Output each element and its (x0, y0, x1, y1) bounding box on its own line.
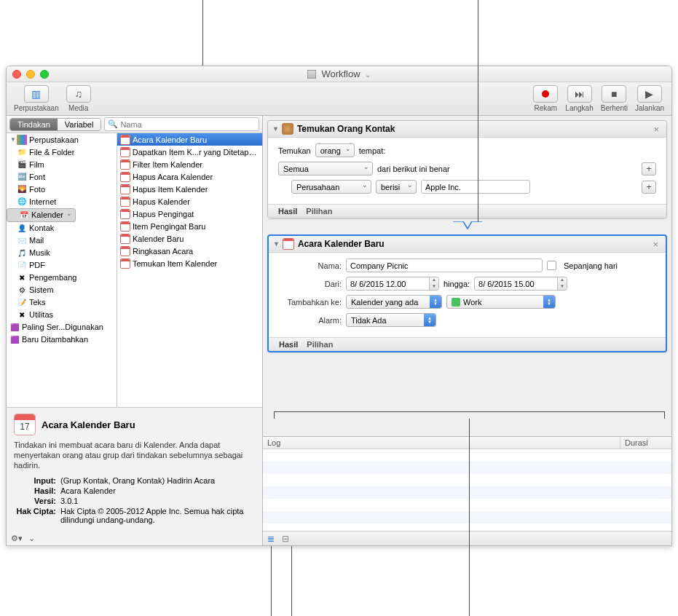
calendar-icon (120, 184, 130, 194)
add-condition-button[interactable]: + (642, 162, 656, 175)
library-search[interactable]: 🔍 (104, 117, 259, 131)
action2-close-button[interactable]: × (650, 239, 661, 250)
category-row-16[interactable]: 🟪Baru Ditambahkan (7, 333, 117, 346)
condition-op-select[interactable]: berisi (376, 180, 417, 194)
action-row-3[interactable]: Hapus Acara Kalender (117, 170, 262, 183)
alarm-select[interactable]: Tidak Ada▲▼ (346, 313, 436, 327)
to-date-input[interactable] (474, 277, 567, 291)
category-row-8[interactable]: ✉️Mail (7, 234, 117, 247)
run-toolbar-button[interactable]: ▶ Jalankan (632, 84, 667, 114)
action-row-5[interactable]: Hapus Kalender (117, 195, 262, 208)
disclosure-icon[interactable]: ▼ (273, 240, 280, 248)
action-label: Item Pengingat Baru (133, 222, 205, 231)
book-icon (17, 135, 27, 145)
event-name-input[interactable] (346, 258, 543, 272)
action-row-10[interactable]: Temukan Item Kalender (117, 257, 262, 269)
version-value: 3.0.1 (60, 497, 255, 505)
title-chevron-icon[interactable]: ⌄ (365, 71, 371, 79)
category-row-15[interactable]: 🟪Paling Ser...Digunakan (7, 321, 117, 333)
library-panel: Tindakan Variabel 🔍 ▼Perpustakaan📁File &… (7, 116, 263, 545)
calendar-icon (120, 258, 130, 269)
category-label: Film (29, 160, 44, 169)
category-row-4[interactable]: 🌄Foto (7, 183, 117, 195)
category-row-7[interactable]: 👤Kontak (7, 222, 117, 234)
desc-toggle-icon[interactable]: ⌄ (28, 534, 35, 543)
actions-tab[interactable]: Tindakan (10, 119, 58, 130)
category-row-6[interactable]: 📅Kalender (7, 208, 76, 222)
from-date-input[interactable] (346, 277, 439, 291)
action1-options-tab[interactable]: Pilihan (306, 207, 332, 216)
media-button-label: Media (68, 104, 88, 112)
purple-icon: 🟪 (9, 334, 20, 344)
category-row-9[interactable]: 🎵Musik (7, 247, 117, 259)
category-row-5[interactable]: 🌐Internet (7, 195, 117, 208)
action-row-2[interactable]: Filter Item Kalender (117, 158, 262, 170)
condition-all-select[interactable]: Semua (278, 162, 373, 175)
result-label: Hasil: (14, 486, 56, 495)
calendar-icon (120, 147, 130, 157)
search-icon: 🔍 (108, 119, 118, 129)
category-row-13[interactable]: 📝Teks (7, 296, 117, 309)
action1-results-tab[interactable]: Hasil (278, 207, 297, 216)
record-button-label: Rekam (535, 104, 558, 112)
action-row-8[interactable]: Kalender Baru (117, 232, 262, 245)
input-value: (Grup Kontak, Orang Kontak) Hadirin Acar… (60, 476, 255, 485)
log-column-header[interactable]: Log (263, 437, 620, 449)
allday-checkbox[interactable] (547, 261, 556, 270)
category-row-11[interactable]: ✖Pengembang (7, 272, 117, 284)
action-row-4[interactable]: Hapus Item Kalender (117, 183, 262, 195)
category-row-3[interactable]: 🔤Font (7, 170, 117, 183)
category-label: Perpustakaan (29, 135, 79, 144)
calendar-icon (120, 209, 130, 219)
action-label: Hapus Kalender (133, 197, 190, 206)
library-toolbar-button[interactable]: ▥ Perpustakaan (11, 84, 62, 114)
action-row-7[interactable]: Item Pengingat Baru (117, 220, 262, 232)
category-row-0[interactable]: ▼Perpustakaan (7, 133, 117, 146)
record-toolbar-button[interactable]: Rekam (530, 84, 561, 114)
category-row-12[interactable]: ⚙Sistem (7, 284, 117, 296)
record-icon (542, 90, 549, 98)
library-search-input[interactable] (120, 120, 256, 129)
action-row-0[interactable]: Acara Kalender Baru (117, 133, 262, 146)
duration-column-header[interactable]: Durasi (620, 437, 671, 449)
condition-field-select[interactable]: Perusahaan (291, 180, 371, 194)
category-label: Foto (29, 185, 45, 194)
addto-select[interactable]: Kalender yang ada▲▼ (346, 295, 442, 309)
log-compact-icon[interactable]: ⊟ (282, 534, 289, 544)
action2-options-tab[interactable]: Pilihan (307, 340, 333, 349)
category-label: Font (29, 173, 45, 181)
category-row-14[interactable]: ✖Utilitas (7, 309, 117, 321)
step-toolbar-button[interactable]: ⏭ Langkah (562, 84, 596, 114)
action-list[interactable]: Acara Kalender BaruDapatkan Item K...r y… (117, 133, 262, 407)
dev-icon: ✖ (17, 272, 27, 283)
desc-gear-icon[interactable]: ⚙︎▾ (11, 534, 23, 543)
category-label: Baru Ditambahkan (22, 335, 88, 344)
category-list[interactable]: ▼Perpustakaan📁File & Folder🎬Film🔤Font🌄Fo… (7, 133, 117, 407)
action2-results-tab[interactable]: Hasil (279, 340, 298, 349)
add-subcondition-button[interactable]: + (642, 181, 656, 194)
log-list-icon[interactable]: ≣ (267, 534, 275, 544)
workflow-canvas[interactable]: ▼ Temukan Orang Kontak × Temukan orang t… (263, 116, 671, 436)
find-type-select[interactable]: orang (315, 143, 355, 157)
action-new-calendar-event[interactable]: ▼ Acara Kalender Baru × Nama: Sepanjang … (267, 234, 667, 352)
find-label: Temukan (278, 146, 311, 155)
toolbar: ▥ Perpustakaan ♫ Media Rekam ⏭ Langkah ■… (7, 82, 671, 116)
calendar-icon (120, 246, 130, 256)
stop-toolbar-button[interactable]: ■ Berhenti (598, 84, 631, 114)
category-row-1[interactable]: 📁File & Folder (7, 146, 117, 158)
category-row-10[interactable]: 📄PDF (7, 259, 117, 272)
condition-value-input[interactable] (421, 180, 530, 194)
disclosure-icon[interactable]: ▼ (272, 125, 279, 133)
action-row-1[interactable]: Dapatkan Item K...r yang Ditetapkan (117, 146, 262, 158)
log-panel: Log Durasi ≣ ⊟ (263, 436, 671, 545)
version-label: Versi: (14, 497, 56, 505)
category-row-2[interactable]: 🎬Film (7, 158, 117, 170)
action-find-contacts[interactable]: ▼ Temukan Orang Kontak × Temukan orang t… (267, 120, 667, 218)
action-label: Kalender Baru (133, 234, 184, 243)
media-toolbar-button[interactable]: ♫ Media (63, 84, 94, 114)
calendar-select[interactable]: Work▲▼ (446, 295, 556, 309)
action-row-9[interactable]: Ringkasan Acara (117, 245, 262, 257)
variables-tab[interactable]: Variabel (58, 119, 101, 130)
action1-close-button[interactable]: × (650, 124, 662, 135)
action-row-6[interactable]: Hapus Pengingat (117, 208, 262, 220)
